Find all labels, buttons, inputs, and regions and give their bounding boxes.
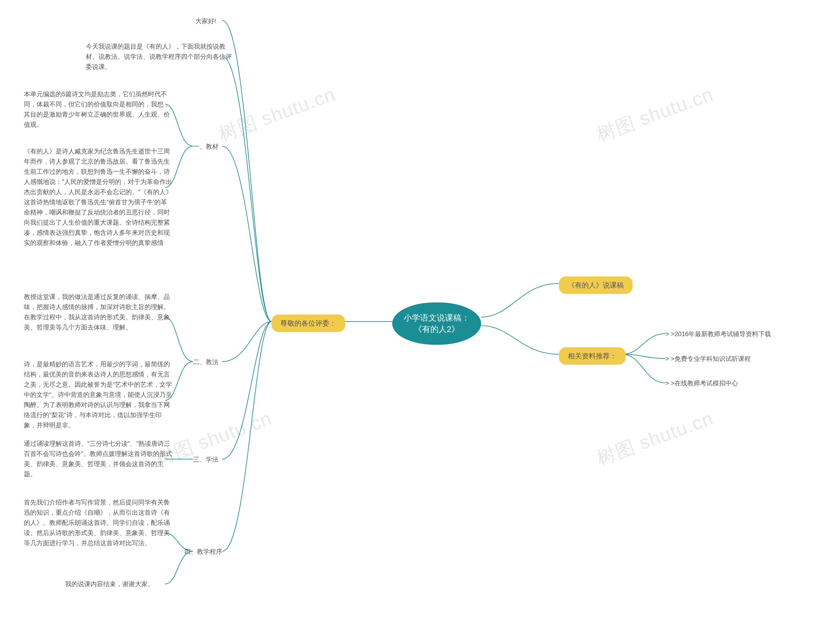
section-3-p1: 通过诵读理解这首诗。"三分诗七分读"、"熟读唐诗三百首不会写诗也会吟"。教师点拨… [24,439,173,479]
section-4-title[interactable]: 四、教学程序 [184,546,222,557]
section-3-title[interactable]: 三、学法 [193,454,219,465]
intro-text: 今天我说课的题目是《有的人》，下面我就按说教材、说教法、说学法、说教学程序四个部… [86,41,235,72]
root-node[interactable]: 小学语文说课稿：《有的人2》 [392,302,481,345]
right-branch-2[interactable]: 相关资料推荐： [559,347,626,365]
watermark: 树图 shutu.cn [593,406,717,472]
section-1-p1: 本单元编选的5篇诗文均是励志类，它们虽然时代不同，体裁不同，但它们的价值取向是相… [24,89,173,130]
section-2-title[interactable]: 二、教法 [193,357,219,367]
greeting-text: 大家好! [195,16,216,26]
section-2-p1: 教授这堂课，我的做法是通过反复的诵读、揣摩、品味，把握诗人感情的脉搏，加深对诗歌… [24,292,173,332]
section-2-p2: 诗，是最精妙的语言艺术，用最少的字词，最简练的结构，最优美的音韵来表达诗人的思想… [24,359,173,430]
section-4-p1: 首先我们介绍作者与写作背景，然后提问同学有关鲁迅的知识，重点介绍《自嘲》，从而引… [24,497,173,548]
resource-link-2[interactable]: > >免费专业学科知识试听课程 [665,354,751,364]
resource-link-3[interactable]: > >在线教师考试模拟中心 [665,378,738,388]
watermark: 树图 shutu.cn [593,82,717,148]
right-branch-1[interactable]: 《有的人》说课稿 [559,276,632,294]
left-branch-topic[interactable]: 尊敬的各位评委： [271,314,345,332]
section-1-title[interactable]: 一、教材 [193,141,219,152]
section-1-p2: 《有的人》是诗人臧克家为纪念鲁迅先生逝世十三周年而作，诗人参观了北京的鲁迅故居。… [24,146,173,248]
watermark: 树图 shutu.cn [215,82,339,148]
section-4-p2: 我的说课内容结束，谢谢大家。 [65,579,154,589]
resource-link-1[interactable]: > >2016年最新教师考试辅导资料下载 [665,329,771,339]
